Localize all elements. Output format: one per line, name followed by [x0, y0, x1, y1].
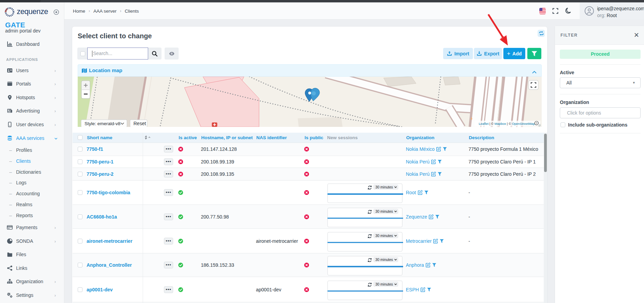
- svg-text:Reset: Reset: [133, 121, 146, 126]
- svg-text:?: ?: [536, 122, 538, 125]
- svg-text:Style: emerald-v8: Style: emerald-v8: [85, 121, 120, 126]
- svg-text:Leaflet | © Mapbox | © OpenStr: Leaflet | © Mapbox | © OpenStreetMap: [479, 122, 535, 126]
